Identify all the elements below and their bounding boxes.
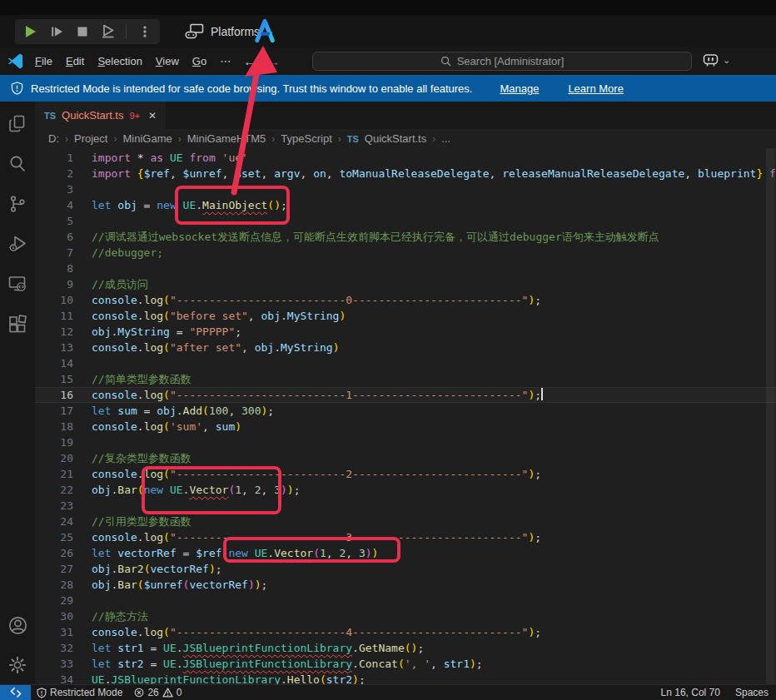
- code-line[interactable]: 1import * as UE from 'ue': [35, 150, 776, 166]
- menu-view[interactable]: View: [149, 52, 186, 70]
- chevron-right-icon: ›: [65, 133, 68, 145]
- code-line[interactable]: 13console.log("after set", obj.MyString): [35, 340, 776, 355]
- extensions-icon[interactable]: [7, 313, 28, 335]
- app-a-logo[interactable]: [252, 17, 277, 47]
- code-line[interactable]: 29: [35, 593, 776, 608]
- code-line[interactable]: 28obj.Bar($unref(vectorRef));: [35, 577, 776, 593]
- menu-selection[interactable]: Selection: [91, 52, 148, 70]
- remote-indicator[interactable]: [0, 685, 31, 700]
- code-line[interactable]: 14: [35, 355, 776, 371]
- code-line-text: console.log('sum', sum): [92, 419, 241, 434]
- code-line[interactable]: 19: [35, 434, 776, 450]
- menu-file[interactable]: File: [28, 52, 59, 70]
- code-line[interactable]: 32let str1 = UE.JSBlueprintFunctionLibra…: [35, 640, 776, 656]
- code-line[interactable]: 18console.log('sum', sum): [35, 419, 776, 434]
- close-icon[interactable]: ✕: [148, 110, 157, 122]
- code-line[interactable]: 12obj.MyString = "PPPPP";: [35, 324, 776, 340]
- play-button[interactable]: [22, 23, 38, 39]
- code-line-text: import * as UE from 'ue': [92, 150, 248, 166]
- code-line-text: //简单类型参数函数: [92, 371, 192, 387]
- menu-more[interactable]: ⋯: [213, 52, 237, 70]
- breadcrumb-symbol[interactable]: ...: [441, 132, 450, 145]
- code-line[interactable]: 6//调试器通过websocket发送断点信息，可能断点生效前脚本已经执行完备，…: [35, 229, 776, 245]
- nav-back-button[interactable]: ←: [237, 54, 261, 68]
- breadcrumb-typescript[interactable]: TypeScript: [281, 132, 331, 145]
- stop-button[interactable]: [74, 23, 90, 39]
- line-number: 12: [35, 324, 73, 340]
- code-line[interactable]: 8: [35, 261, 776, 276]
- code-line[interactable]: 3: [35, 181, 776, 197]
- code-line[interactable]: 7//debugger;: [35, 245, 776, 261]
- code-line-text: console.log("after set", obj.MyString): [92, 340, 339, 355]
- code-line[interactable]: 23: [35, 498, 776, 514]
- code-line[interactable]: 21console.log("-------------------------…: [35, 466, 776, 482]
- status-bar: Restricted Mode 26 0 Ln 16, Col 70 Space…: [0, 684, 776, 700]
- code-line[interactable]: 25console.log("-------------------------…: [35, 529, 776, 545]
- code-line-text: let obj = new UE.MainObject();: [92, 197, 287, 213]
- launch-button[interactable]: [100, 23, 116, 39]
- code-line[interactable]: 10console.log("-------------------------…: [35, 292, 776, 308]
- nav-forward-button[interactable]: →: [261, 54, 286, 68]
- code-line-text: console.log("--------------------------3…: [92, 529, 541, 545]
- breadcrumb-project[interactable]: Project: [74, 132, 107, 145]
- scrollbar[interactable]: [766, 148, 775, 684]
- cursor-position-status[interactable]: Ln 16, Col 70: [654, 687, 728, 698]
- code-line[interactable]: 5: [35, 213, 776, 229]
- code-line[interactable]: 31console.log("-------------------------…: [35, 624, 776, 640]
- code-line[interactable]: 34UE.JSBlueprintFunctionLibrary.Hello(st…: [35, 672, 776, 684]
- code-line[interactable]: 9//成员访问: [35, 276, 776, 292]
- copilot-robot-icon: [702, 53, 719, 67]
- code-area[interactable]: 1import * as UE from 'ue'2import {$ref, …: [35, 148, 776, 684]
- warning-icon: [162, 688, 173, 698]
- accounts-icon[interactable]: [7, 614, 28, 636]
- menu-edit[interactable]: Edit: [59, 52, 91, 70]
- line-number: 1: [35, 150, 73, 166]
- code-line-text: let str1 = UE.JSBlueprintFunctionLibrary…: [92, 640, 424, 656]
- remote-explorer-icon[interactable]: [7, 273, 28, 295]
- search-sidebar-icon[interactable]: [7, 153, 28, 175]
- explorer-icon[interactable]: [7, 113, 28, 135]
- code-line[interactable]: 33let str2 = UE.JSBlueprintFunctionLibra…: [35, 656, 776, 672]
- command-center-search[interactable]: Search [Administrator]: [312, 52, 692, 71]
- manage-link[interactable]: Manage: [500, 82, 539, 95]
- toolbar-options-button[interactable]: [137, 23, 152, 39]
- run-debug-icon[interactable]: [7, 233, 28, 255]
- code-line[interactable]: 2import {$ref, $unref, $set, argv, on, t…: [35, 166, 776, 181]
- restricted-mode-status[interactable]: Restricted Mode: [31, 685, 128, 700]
- copilot-menu[interactable]: ⌄: [702, 53, 730, 67]
- breadcrumb-file[interactable]: QuickStart.ts: [365, 132, 426, 145]
- code-line[interactable]: 17let sum = obj.Add(100, 300);: [35, 403, 776, 419]
- code-line[interactable]: 27obj.Bar2(vectorRef);: [35, 561, 776, 577]
- code-line[interactable]: 16console.log("-------------------------…: [35, 387, 776, 403]
- learn-more-link[interactable]: Learn More: [568, 82, 623, 95]
- breadcrumb-drive[interactable]: D:: [48, 132, 59, 145]
- code-line[interactable]: 26let vectorRef = $ref(new UE.Vector(1, …: [35, 545, 776, 561]
- chevron-right-icon: ›: [113, 133, 117, 145]
- ue-window-titlebar: [0, 0, 776, 15]
- source-control-icon[interactable]: [7, 193, 28, 215]
- frame-skip-button[interactable]: [48, 23, 64, 39]
- chevron-right-icon: ›: [271, 133, 275, 145]
- code-line[interactable]: 11console.log("before set", obj.MyString…: [35, 308, 776, 324]
- code-line[interactable]: 15//简单类型参数函数: [35, 371, 776, 387]
- code-line[interactable]: 30//静态方法: [35, 608, 776, 624]
- restricted-mode-banner: Restricted Mode is intended for safe cod…: [0, 75, 776, 102]
- tab-quickstart[interactable]: TS QuickStart.ts 9+ ✕: [35, 102, 166, 129]
- code-line-text: console.log("--------------------------4…: [92, 624, 541, 640]
- code-line[interactable]: 20//复杂类型参数函数: [35, 450, 776, 466]
- indentation-status[interactable]: Spaces: [728, 687, 776, 698]
- vscode-titlebar: File Edit Selection View Go ⋯ ← → Search…: [0, 47, 776, 75]
- code-line[interactable]: 22obj.Bar(new UE.Vector(1, 2, 3));: [35, 482, 776, 498]
- line-number: 24: [35, 514, 73, 529]
- breadcrumb-minigamehtm5[interactable]: MiniGameHTM5: [187, 132, 266, 145]
- menu-go[interactable]: Go: [186, 52, 213, 70]
- play-icon: [23, 24, 38, 39]
- breadcrumb-minigame[interactable]: MiniGame: [122, 132, 172, 145]
- code-line[interactable]: 24//引用类型参数函数: [35, 514, 776, 529]
- line-number: 20: [35, 450, 73, 466]
- breadcrumb: D: › Project › MiniGame › MiniGameHTM5 ›…: [35, 129, 776, 148]
- cursor-position-label: Ln 16, Col 70: [661, 687, 720, 698]
- code-line[interactable]: 4let obj = new UE.MainObject();: [35, 197, 776, 213]
- problems-status[interactable]: 26 0: [128, 685, 187, 700]
- settings-gear-icon[interactable]: [7, 654, 28, 676]
